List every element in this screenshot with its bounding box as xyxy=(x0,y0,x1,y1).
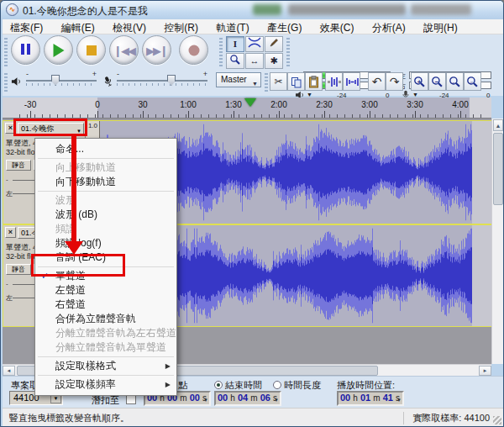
ruler-tick-label: 2:30 xyxy=(316,100,332,109)
copy-button[interactable] xyxy=(287,72,305,91)
playback-position-field[interactable]: 00 h 01 m 41 s ▼ xyxy=(337,391,404,406)
toolbar-grip[interactable] xyxy=(265,73,268,93)
radio-selected-icon xyxy=(214,381,223,389)
ruler-tick-label: 1:00 xyxy=(180,100,196,109)
status-bar: 豎直拖曳標籤改變音軌順序。 實際取樣率: 44100 xyxy=(3,408,503,426)
menu-item-set-rate[interactable]: 設定取樣頻率▶ xyxy=(35,377,176,392)
trim-icon xyxy=(328,76,341,87)
envelope-tool-button[interactable] xyxy=(245,36,264,52)
menu-item-make-stereo[interactable]: 合併為立體聲音軌 xyxy=(35,312,176,326)
mute-button[interactable]: 靜音 xyxy=(6,160,31,171)
menu-item-set-sample-format[interactable]: 設定取樣格式▶ xyxy=(35,359,176,373)
gain-min-label: - xyxy=(6,176,8,183)
slider-min-label: - xyxy=(26,70,29,78)
chevron-down-icon: ▼ xyxy=(396,395,402,406)
multi-tool-button[interactable]: ✱ xyxy=(265,53,283,69)
zoom-tool-button[interactable] xyxy=(226,53,244,69)
magnifier-icon xyxy=(229,54,241,66)
window-title: 01.今晚你想念的人是不是我 xyxy=(23,4,148,18)
skip-to-end-button[interactable]: ▶▶❙ xyxy=(142,35,171,65)
undo-button[interactable]: ↶ xyxy=(368,72,386,91)
toolbar-grip[interactable] xyxy=(286,38,290,66)
redo-button[interactable]: ↷ xyxy=(386,72,403,91)
menu-view[interactable]: 檢視(V) xyxy=(105,19,154,35)
chevron-down-icon: ▼ xyxy=(203,395,208,406)
timeline-ruler[interactable]: -30 0 30 1:00 1:30 2:00 2:30 3:00 3:30 4… xyxy=(3,98,491,119)
trim-outside-selection-button[interactable] xyxy=(325,72,343,91)
silence-selection-button[interactable] xyxy=(343,72,360,91)
paste-button[interactable] xyxy=(305,72,323,91)
menu-effect[interactable]: 效果(C) xyxy=(312,19,362,35)
vertical-scrollbar[interactable]: ▲ xyxy=(491,119,503,364)
length-radio[interactable]: 時間長度 xyxy=(273,379,321,392)
menu-item-move-up: 向上移動軌道 xyxy=(35,161,176,175)
ruler-tick-label: 2:00 xyxy=(270,100,286,109)
input-device-dropdown-icon[interactable]: ▼ xyxy=(412,92,418,98)
play-button[interactable] xyxy=(44,35,73,65)
menu-edit[interactable]: 編輯(E) xyxy=(54,19,102,35)
status-message: 豎直拖曳標籤改變音軌順序。 xyxy=(9,412,129,424)
skip-to-start-button[interactable]: ❙◀◀ xyxy=(109,35,139,65)
end-time-radio[interactable]: 結束時間 xyxy=(214,379,262,392)
menu-tracks[interactable]: 軌道(T) xyxy=(208,19,256,35)
submenu-arrow-icon: ▶ xyxy=(165,377,171,392)
output-device-dropdown-icon[interactable]: ▼ xyxy=(307,92,312,98)
menu-help[interactable]: 說明(H) xyxy=(416,19,465,35)
time-shift-tool-button[interactable]: ↔ xyxy=(245,53,264,69)
ruler-tick-label: 1:30 xyxy=(225,100,241,109)
selection-tool-button[interactable]: I xyxy=(226,36,244,52)
ruler-tick-label: 0 xyxy=(95,100,100,109)
menu-item-rename[interactable]: 命名... xyxy=(35,142,176,156)
close-track-icon[interactable]: × xyxy=(5,227,16,238)
paste-icon xyxy=(308,76,319,88)
multi-tool-icon: ✱ xyxy=(270,55,277,66)
vertical-scrollbar-thumb[interactable] xyxy=(493,133,503,205)
resize-grip[interactable] xyxy=(493,416,501,424)
skip-to-start-icon: ❙◀◀ xyxy=(113,44,134,56)
zoom-in-button[interactable]: + xyxy=(411,72,428,91)
playhead-indicator[interactable] xyxy=(244,98,256,107)
pan-left-label: 左 xyxy=(6,293,13,303)
stop-button[interactable] xyxy=(76,35,106,65)
menu-item-spectrum-log[interactable]: 頻譜 log(f) xyxy=(35,236,176,250)
pause-button[interactable] xyxy=(11,35,40,65)
redacted-blur xyxy=(253,4,281,15)
audacity-logo-icon: ∿ xyxy=(6,3,18,16)
output-volume-slider[interactable]: - + xyxy=(26,73,97,87)
toolbar-grip[interactable] xyxy=(4,38,8,66)
input-device-selector[interactable]: Master ▼ xyxy=(216,72,261,87)
menu-generate[interactable]: 產生(G) xyxy=(260,19,309,35)
ruler-tick-label: 4:00 xyxy=(452,100,468,109)
title-bar[interactable]: ∿ 01.今晚你想念的人是不是我 xyxy=(1,1,504,19)
menu-item-split-stereo-to-mono: 分離立體聲音軌為單聲道 xyxy=(35,340,176,355)
toolbar-grip[interactable] xyxy=(4,73,8,93)
menu-item-right-channel[interactable]: 右聲道 xyxy=(35,298,176,312)
microphone-icon xyxy=(102,74,114,87)
menu-item-waveform-db[interactable]: 波形 (dB) xyxy=(35,208,176,222)
record-icon xyxy=(188,45,199,55)
cut-button[interactable]: ✂ xyxy=(270,72,287,91)
fit-selection-button[interactable]: ↔ xyxy=(446,72,464,91)
record-button[interactable] xyxy=(179,35,208,65)
pause-icon xyxy=(20,44,32,57)
input-volume-slider[interactable]: - + xyxy=(117,73,207,87)
zoom-out-button[interactable]: − xyxy=(428,72,446,91)
menu-analyze[interactable]: 分析(A) xyxy=(365,19,413,35)
submenu-arrow-icon: ▶ xyxy=(165,359,171,373)
menu-item-move-down[interactable]: 向下移動軌道 xyxy=(35,175,176,189)
mute-button[interactable]: 靜音 xyxy=(6,264,31,275)
annotation-arrow xyxy=(71,134,76,241)
toolbar-dock: ❙◀◀ ▶▶❙ I ↔ ✱ 左 右 xyxy=(3,34,503,96)
menu-file[interactable]: 檔案(F) xyxy=(3,19,50,35)
ruler-tick-label: 30 xyxy=(138,100,147,109)
scroll-up-icon[interactable]: ▲ xyxy=(493,119,503,131)
toolbar-grip[interactable] xyxy=(219,38,223,66)
draw-tool-button[interactable] xyxy=(265,36,283,52)
scroll-left-icon[interactable]: ◄ xyxy=(3,366,15,376)
scroll-right-icon[interactable]: ► xyxy=(479,366,491,376)
menu-transport[interactable]: 控制(R) xyxy=(156,19,206,35)
audacity-window: ∿ 01.今晚你想念的人是不是我 檔案(F) 編輯(E) 檢視(V) 控制(R)… xyxy=(0,0,504,427)
selection-end-field[interactable]: 00 h 04 m 06 s ▼ xyxy=(214,391,281,406)
fit-project-button[interactable]: ⇔ xyxy=(464,72,481,91)
menu-item-left-channel[interactable]: 左聲道 xyxy=(35,283,176,298)
